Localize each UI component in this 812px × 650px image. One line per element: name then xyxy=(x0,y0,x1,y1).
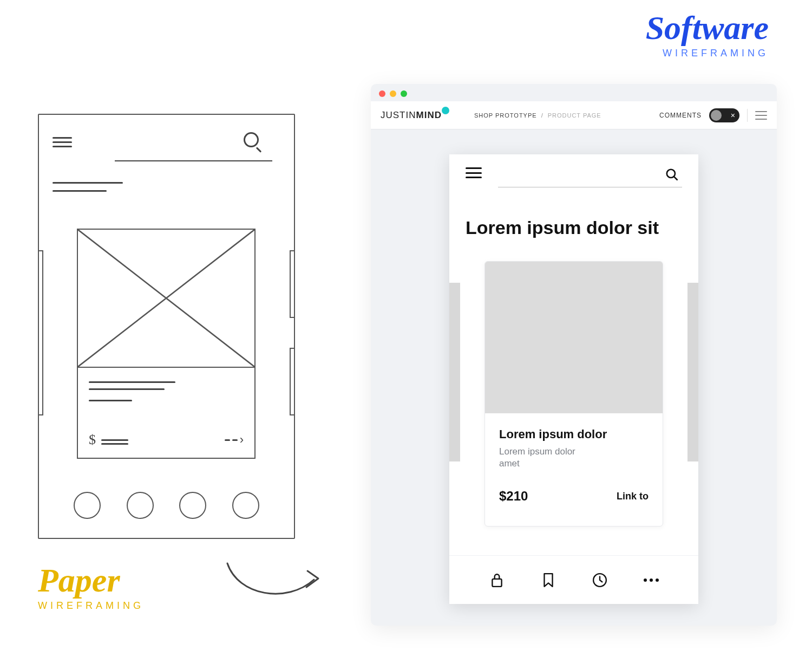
menu-icon[interactable] xyxy=(755,111,767,120)
sketch-left-peek xyxy=(38,250,43,415)
search-underline xyxy=(115,160,272,161)
bookmark-icon[interactable] xyxy=(540,571,557,589)
sketch-bottom-nav xyxy=(39,492,294,519)
minimize-dot-icon[interactable] xyxy=(390,90,396,97)
nav-circle-icon xyxy=(232,492,259,519)
arrow-right-icon: › xyxy=(225,433,244,447)
phone-topbar xyxy=(449,154,698,198)
comments-toggle[interactable]: × xyxy=(709,108,739,122)
product-card[interactable]: Lorem ipsum dolor Lorem ipsum dolor amet… xyxy=(484,261,663,526)
maximize-dot-icon[interactable] xyxy=(401,90,407,97)
software-subtitle: WIREFRAMING xyxy=(646,48,769,59)
toolbar-divider xyxy=(747,109,748,122)
sketch-right-peek-bottom xyxy=(290,348,295,415)
clock-icon[interactable] xyxy=(591,571,608,589)
page-title: Lorem ipsum dolor sit xyxy=(449,198,698,239)
paper-subtitle: WIREFRAMING xyxy=(38,600,144,612)
brand-prefix: JUSTIN xyxy=(381,110,416,120)
carousel-peek-left[interactable] xyxy=(449,283,460,461)
breadcrumb: SHOP PROTOTYPE / PRODUCT PAGE xyxy=(474,112,601,119)
toggle-knob-icon xyxy=(711,110,722,121)
search-icon xyxy=(244,132,259,147)
breadcrumb-part1[interactable]: SHOP PROTOTYPE xyxy=(474,112,537,119)
nav-circle-icon xyxy=(179,492,206,519)
brand-dot-icon xyxy=(442,107,449,114)
toggle-x-icon: × xyxy=(731,110,735,121)
search-icon[interactable] xyxy=(665,167,679,181)
sketch-right-peek-top xyxy=(290,250,295,318)
brand-bold: MIND xyxy=(416,110,442,120)
lock-icon[interactable] xyxy=(488,571,506,589)
dollar-icon: $ xyxy=(89,432,128,448)
software-title: Software xyxy=(646,11,769,44)
hamburger-icon[interactable] xyxy=(466,167,482,178)
image-placeholder-icon xyxy=(78,230,254,368)
more-icon[interactable] xyxy=(643,571,660,589)
paper-title: Paper xyxy=(38,563,144,597)
product-carousel[interactable]: Lorem ipsum dolor Lorem ipsum dolor amet… xyxy=(449,261,698,526)
breadcrumb-part2[interactable]: PRODUCT PAGE xyxy=(548,112,601,119)
nav-circle-icon xyxy=(127,492,154,519)
software-label: Software WIREFRAMING xyxy=(646,11,769,59)
app-toolbar: JUSTINMIND SHOP PROTOTYPE / PRODUCT PAGE… xyxy=(371,101,777,129)
sketch-text-placeholder xyxy=(89,376,175,407)
card-subtitle: Lorem ipsum dolor amet xyxy=(499,446,586,471)
card-link[interactable]: Link to xyxy=(617,491,649,502)
sketch-topbar xyxy=(53,129,280,161)
card-heading: Lorem ipsum dolor xyxy=(499,427,649,441)
comments-label: COMMENTS xyxy=(659,112,702,119)
close-dot-icon[interactable] xyxy=(379,90,385,97)
card-price: $210 xyxy=(499,489,528,504)
svg-rect-4 xyxy=(492,578,501,586)
brand-logo[interactable]: JUSTINMIND xyxy=(381,110,442,121)
sketch-product-card: $ › xyxy=(77,229,256,459)
carousel-peek-right[interactable] xyxy=(687,283,698,461)
transition-arrow-icon xyxy=(222,552,330,612)
traffic-lights xyxy=(379,90,407,97)
search-underline xyxy=(498,187,682,187)
product-image-placeholder xyxy=(485,262,663,413)
svg-line-3 xyxy=(674,177,677,179)
breadcrumb-sep: / xyxy=(541,112,543,119)
paper-wireframe-sketch: $ › xyxy=(38,114,295,539)
nav-circle-icon xyxy=(74,492,101,519)
phone-prototype: Lorem ipsum dolor sit Lorem ipsum dolor … xyxy=(449,154,698,604)
comparison-figure: Software WIREFRAMING Paper WIREFRAMING $ xyxy=(0,0,812,650)
phone-bottom-nav xyxy=(449,555,698,604)
sketch-price-row: $ › xyxy=(89,432,244,448)
sketch-title-placeholder xyxy=(53,176,123,198)
hamburger-icon xyxy=(53,134,72,147)
software-window: JUSTINMIND SHOP PROTOTYPE / PRODUCT PAGE… xyxy=(371,84,777,626)
paper-label: Paper WIREFRAMING xyxy=(38,563,144,612)
